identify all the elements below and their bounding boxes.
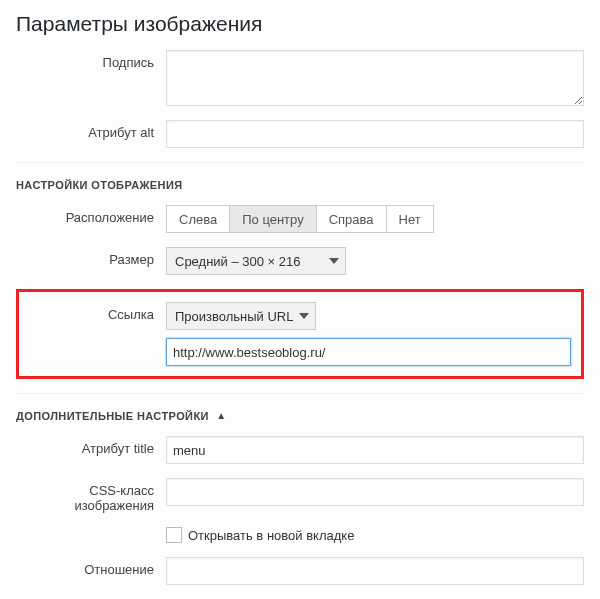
size-select[interactable]: Средний – 300 × 216	[166, 247, 346, 275]
caption-input[interactable]	[166, 50, 584, 106]
align-center-button[interactable]: По центру	[229, 205, 316, 233]
new-tab-label: Открывать в новой вкладке	[188, 528, 354, 543]
align-left-button[interactable]: Слева	[166, 205, 230, 233]
link-url-input[interactable]	[166, 338, 571, 366]
link-highlight-box: Ссылка Произвольный URL	[16, 289, 584, 379]
css-image-input[interactable]	[166, 478, 584, 506]
alt-label: Атрибут alt	[16, 120, 166, 140]
advanced-settings-heading[interactable]: ДОПОЛНИТЕЛЬНЫЕ НАСТРОЙКИ ▲	[16, 410, 584, 422]
page-title: Параметры изображения	[16, 12, 584, 36]
link-label: Ссылка	[19, 302, 166, 322]
new-tab-checkbox[interactable]	[166, 527, 182, 543]
align-right-button[interactable]: Справа	[316, 205, 387, 233]
alignment-group: Слева По центру Справа Нет	[166, 205, 584, 233]
align-none-button[interactable]: Нет	[386, 205, 434, 233]
rel-label: Отношение	[16, 557, 166, 577]
divider	[16, 393, 584, 394]
caption-label: Подпись	[16, 50, 166, 70]
css-image-label: CSS-класс изображения	[16, 478, 166, 513]
size-label: Размер	[16, 247, 166, 267]
alt-input[interactable]	[166, 120, 584, 148]
caret-up-icon: ▲	[216, 410, 226, 421]
rel-input[interactable]	[166, 557, 584, 585]
divider	[16, 162, 584, 163]
link-type-select[interactable]: Произвольный URL	[166, 302, 316, 330]
advanced-settings-label: ДОПОЛНИТЕЛЬНЫЕ НАСТРОЙКИ	[16, 410, 209, 422]
title-attr-label: Атрибут title	[16, 436, 166, 456]
display-settings-heading: НАСТРОЙКИ ОТОБРАЖЕНИЯ	[16, 179, 584, 191]
title-attr-input[interactable]	[166, 436, 584, 464]
alignment-label: Расположение	[16, 205, 166, 225]
